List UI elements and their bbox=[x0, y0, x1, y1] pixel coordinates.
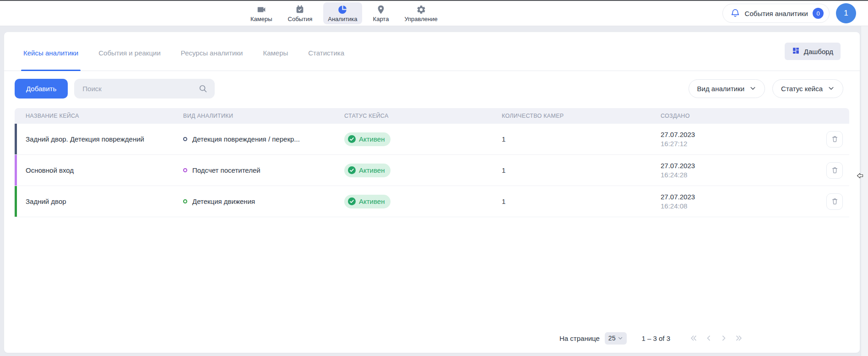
next-page-button[interactable] bbox=[718, 332, 730, 344]
nav-item-events[interactable]: События bbox=[283, 2, 317, 24]
check-circle-icon bbox=[348, 197, 356, 205]
mouse-cursor bbox=[857, 172, 863, 181]
dashboard-button[interactable]: Дашборд bbox=[785, 43, 841, 60]
window-top-edge bbox=[0, 0, 868, 1]
created-time: 16:27:12 bbox=[661, 139, 820, 148]
analytics-type-filter[interactable]: Вид аналитики bbox=[689, 79, 765, 98]
pager bbox=[688, 332, 745, 344]
analytics-type-label: Детекция движения bbox=[192, 197, 255, 205]
col-case-status: СТАТУС КЕЙСА bbox=[344, 113, 502, 119]
page-range: 1 – 3 of 3 bbox=[641, 334, 670, 342]
bell-icon bbox=[730, 8, 740, 19]
case-name: Основной вход bbox=[15, 166, 183, 174]
case-name: Задний двор. Детекция повреждений bbox=[15, 135, 183, 143]
nav-label: Камеры bbox=[250, 16, 272, 22]
per-page-value: 25 bbox=[608, 334, 616, 342]
nav-label: Аналитика bbox=[328, 16, 357, 22]
status-badge-label: Активен bbox=[359, 135, 385, 143]
dashboard-grid-icon bbox=[792, 47, 800, 56]
table-row[interactable]: Основной вход Подсчет посетителей Активе… bbox=[15, 155, 849, 186]
video-camera-icon bbox=[256, 5, 266, 15]
trash-icon bbox=[831, 166, 839, 174]
col-created: СОЗДАНО bbox=[661, 113, 820, 119]
case-status-cell: Активен bbox=[344, 195, 502, 208]
created-cell: 27.07.2023 16:27:12 bbox=[661, 130, 820, 148]
col-camera-count: КОЛИЧЕСТВО КАМЕР bbox=[502, 113, 661, 119]
nav-label: События bbox=[288, 16, 313, 22]
analytics-page-card: Кейсы аналитики События и реакции Ресурс… bbox=[4, 32, 860, 353]
tab-analytics-resources[interactable]: Ресурсы аналитики bbox=[179, 32, 245, 71]
tab-events-reactions[interactable]: События и реакции bbox=[96, 32, 163, 71]
user-avatar[interactable]: 1 bbox=[836, 3, 856, 23]
toolbar: Добавить Вид аналитики Статус кейса bbox=[15, 79, 843, 99]
analytics-type: Детекция повреждения / перекр... bbox=[183, 135, 344, 143]
per-page-select[interactable]: 25 bbox=[605, 332, 627, 345]
table-row[interactable]: Задний двор Детекция движения Активен 1 … bbox=[15, 186, 849, 217]
nav-label: Карта bbox=[373, 16, 389, 22]
delete-button[interactable] bbox=[826, 193, 843, 210]
case-name: Задний двор bbox=[15, 197, 183, 205]
case-status-filter[interactable]: Статус кейса bbox=[772, 79, 843, 98]
status-badge: Активен bbox=[344, 195, 391, 208]
nav-item-map[interactable]: Карта bbox=[369, 2, 394, 24]
per-page-label: На странице bbox=[559, 334, 600, 342]
actions-cell bbox=[820, 131, 849, 148]
delete-button[interactable] bbox=[826, 162, 843, 179]
chevron-right-icon bbox=[719, 334, 728, 343]
camera-count: 1 bbox=[502, 135, 661, 143]
analytics-events-button[interactable]: События аналитики 0 bbox=[722, 4, 830, 23]
type-ring-icon bbox=[183, 137, 187, 141]
double-chevron-left-icon bbox=[689, 334, 698, 343]
tab-cameras[interactable]: Камеры bbox=[260, 32, 290, 71]
created-cell: 27.07.2023 16:24:28 bbox=[661, 161, 820, 180]
notification-count-badge: 0 bbox=[813, 8, 824, 19]
analytics-type: Детекция движения bbox=[183, 197, 344, 205]
double-chevron-right-icon bbox=[734, 334, 743, 343]
search-input[interactable] bbox=[74, 79, 215, 99]
check-circle-icon bbox=[348, 166, 356, 174]
created-time: 16:24:28 bbox=[661, 170, 820, 180]
main-nav: Камеры События Аналитика Карта Управлени… bbox=[246, 2, 442, 24]
tab-analytics-cases[interactable]: Кейсы аналитики bbox=[21, 32, 81, 71]
case-status-filter-label: Статус кейса bbox=[781, 85, 823, 93]
case-status-cell: Активен bbox=[344, 132, 502, 146]
dashboard-button-label: Дашборд bbox=[804, 48, 833, 55]
nav-label: Управление bbox=[404, 16, 437, 22]
search-box bbox=[74, 79, 215, 99]
top-navbar: Камеры События Аналитика Карта Управлени… bbox=[0, 1, 868, 26]
type-ring-icon bbox=[183, 199, 187, 203]
delete-button[interactable] bbox=[826, 131, 843, 148]
created-time: 16:24:08 bbox=[661, 202, 820, 211]
first-page-button[interactable] bbox=[688, 332, 700, 344]
nav-item-management[interactable]: Управление bbox=[400, 2, 442, 24]
row-color-bar bbox=[15, 186, 17, 217]
row-color-bar bbox=[15, 155, 17, 186]
trash-icon bbox=[831, 135, 839, 143]
nav-item-cameras[interactable]: Камеры bbox=[246, 2, 277, 24]
tab-statistics[interactable]: Статистика bbox=[306, 32, 347, 71]
camera-count: 1 bbox=[502, 197, 661, 205]
navbar-right: События аналитики 0 1 bbox=[722, 3, 868, 23]
type-ring-icon bbox=[183, 168, 187, 172]
case-status-cell: Активен bbox=[344, 164, 502, 177]
pagination-footer: На странице 25 1 – 3 of 3 bbox=[4, 323, 860, 353]
chevron-down-icon bbox=[828, 85, 835, 93]
filters: Вид аналитики Статус кейса bbox=[689, 79, 843, 98]
scrollbar-track[interactable] bbox=[861, 26, 868, 356]
status-badge-label: Активен bbox=[359, 166, 385, 174]
chevron-down-icon bbox=[618, 335, 623, 341]
created-date: 27.07.2023 bbox=[661, 192, 820, 202]
table-header: НАЗВАНИЕ КЕЙСА ВИД АНАЛИТИКИ СТАТУС КЕЙС… bbox=[15, 108, 849, 124]
map-pin-icon bbox=[376, 5, 386, 15]
add-button[interactable]: Добавить bbox=[15, 79, 68, 99]
col-case-name: НАЗВАНИЕ КЕЙСА bbox=[15, 113, 183, 119]
status-badge: Активен bbox=[344, 164, 391, 177]
prev-page-button[interactable] bbox=[703, 332, 715, 344]
table-row[interactable]: Задний двор. Детекция повреждений Детекц… bbox=[15, 124, 849, 155]
status-badge-label: Активен bbox=[359, 197, 385, 205]
row-color-bar bbox=[15, 124, 17, 154]
camera-count: 1 bbox=[502, 166, 661, 174]
chevron-left-icon bbox=[704, 334, 713, 343]
last-page-button[interactable] bbox=[733, 332, 745, 344]
nav-item-analytics[interactable]: Аналитика bbox=[323, 2, 362, 24]
